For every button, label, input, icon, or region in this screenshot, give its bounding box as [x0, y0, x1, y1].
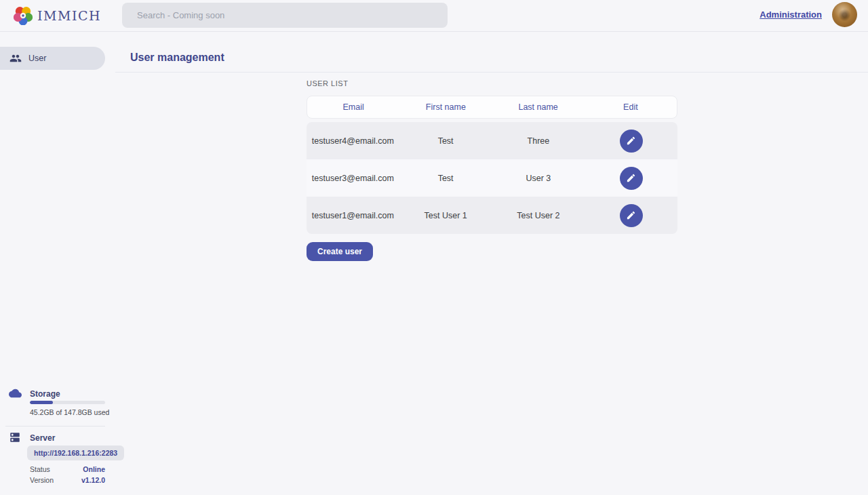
user-table-body: testuser4@email.com Test Three testuser3… [307, 122, 677, 234]
search-input[interactable] [122, 3, 448, 28]
column-header-email: Email [307, 102, 399, 112]
server-icon [9, 431, 21, 446]
cell-first-name: Test [399, 174, 492, 183]
cell-last-name: Test User 2 [492, 211, 585, 220]
cell-email: testuser4@email.com [307, 136, 399, 146]
sidebar-item-user[interactable]: User [0, 47, 105, 70]
sidebar-divider [5, 426, 105, 427]
status-label: Status [30, 465, 50, 473]
version-label: Version [30, 476, 54, 484]
immich-admin-page: IMMICH Administration User Storage 45.2G… [0, 0, 868, 495]
server-status-row: Status Online [30, 465, 105, 473]
create-user-button[interactable]: Create user [307, 242, 373, 261]
sidebar-item-user-label: User [28, 54, 46, 63]
column-header-edit: Edit [585, 102, 677, 112]
server-version-row: Version v1.12.0 [30, 476, 105, 484]
cell-email: testuser3@email.com [307, 174, 399, 183]
cell-last-name: Three [492, 136, 585, 146]
cell-first-name: Test User 1 [399, 211, 492, 220]
table-row: testuser3@email.com Test User 3 [307, 159, 677, 197]
status-value: Online [83, 465, 105, 473]
cell-last-name: User 3 [492, 174, 585, 183]
server-title: Server [30, 433, 55, 443]
column-header-first-name: First name [399, 102, 492, 112]
cloud-icon [9, 389, 22, 401]
edit-user-button[interactable] [620, 130, 643, 153]
page-title: User management [130, 52, 224, 64]
storage-progress-bar [30, 401, 105, 404]
top-header: IMMICH Administration [0, 0, 868, 32]
cell-email: testuser1@email.com [307, 211, 399, 220]
user-list-label: USER LIST [307, 79, 348, 87]
edit-pencil-icon [626, 210, 636, 220]
edit-pencil-icon [626, 173, 636, 183]
app-logo[interactable]: IMMICH [14, 6, 101, 25]
table-row: testuser1@email.com Test User 1 Test Use… [307, 197, 677, 234]
title-divider [115, 72, 868, 73]
edit-user-button[interactable] [620, 167, 643, 190]
storage-usage-text: 45.2GB of 147.8GB used [30, 408, 109, 416]
logo-text: IMMICH [37, 8, 101, 23]
version-value: v1.12.0 [81, 476, 105, 484]
user-avatar[interactable] [832, 2, 857, 27]
logo-flower-icon [14, 6, 33, 25]
table-row: testuser4@email.com Test Three [307, 122, 677, 159]
storage-progress-fill [30, 401, 53, 404]
edit-user-button[interactable] [620, 204, 643, 227]
administration-link[interactable]: Administration [760, 9, 822, 20]
cell-first-name: Test [399, 136, 492, 146]
storage-title: Storage [30, 389, 60, 399]
users-icon [9, 52, 22, 64]
server-url-chip: http://192.168.1.216:2283 [27, 446, 124, 460]
user-table-header: Email First name Last name Edit [307, 96, 677, 119]
edit-pencil-icon [626, 136, 636, 146]
column-header-last-name: Last name [492, 102, 585, 112]
